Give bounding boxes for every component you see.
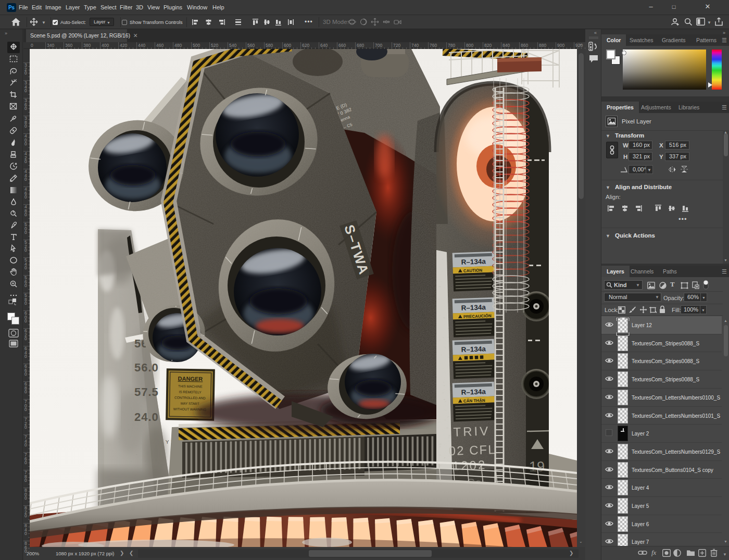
svg-text:02 CFL: 02 CFL	[448, 442, 496, 458]
svg-text:56.0: 56.0	[134, 361, 159, 374]
svg-text:IS REMOTELY: IS REMOTELY	[179, 390, 202, 394]
svg-text:CẨN THẬN: CẨN THẬN	[463, 398, 485, 403]
svg-text:R–134a: R–134a	[461, 303, 486, 312]
svg-text:57.5: 57.5	[134, 385, 159, 399]
svg-text:PRECAUCIÓN: PRECAUCIÓN	[463, 314, 492, 319]
svg-text:R–134a: R–134a	[461, 257, 486, 266]
svg-text:CONTROLLED AND: CONTROLLED AND	[174, 395, 206, 400]
svg-text:R–134a: R–134a	[461, 388, 486, 396]
svg-text:THIS MACHINE: THIS MACHINE	[178, 384, 203, 389]
svg-text:CAUTION: CAUTION	[463, 268, 483, 273]
svg-text:R–134a: R–134a	[461, 345, 486, 354]
svg-text:MAY START: MAY START	[181, 402, 199, 406]
svg-text:TRIV: TRIV	[453, 424, 491, 439]
svg-text:DANGER: DANGER	[178, 376, 203, 382]
svg-text:24.0: 24.0	[134, 410, 159, 424]
